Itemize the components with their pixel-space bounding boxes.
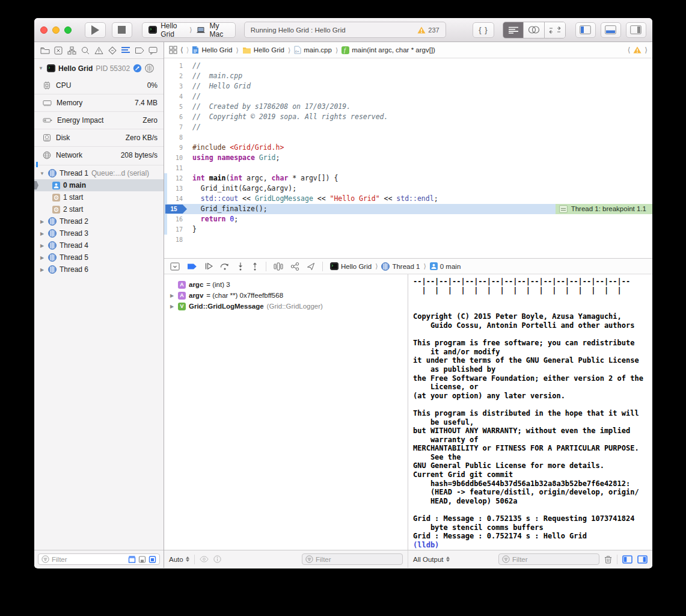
code-snippets-button[interactable]: { } <box>473 22 494 38</box>
console-filter-field[interactable]: Filter <box>498 553 599 565</box>
variable-row[interactable]: ▶VGrid::GridLogMessage(Grid::GridLogger) <box>164 301 408 312</box>
code-line[interactable]: 5// Created by s1786208 on 17/03/2019. <box>164 102 652 112</box>
process-row[interactable]: ▼ Hello Grid PID 55302 <box>34 59 164 76</box>
code-line[interactable]: 2// main.cpp <box>164 71 652 81</box>
disclosure-triangle-icon[interactable]: ▶ <box>169 304 175 309</box>
breadcrumb-item[interactable]: Hello Grid <box>192 46 232 54</box>
symbol-navigator-icon[interactable] <box>66 45 78 57</box>
source-control-navigator-icon[interactable] <box>52 45 64 57</box>
disclosure-triangle-icon[interactable]: ▼ <box>38 66 44 71</box>
variables-filter-field[interactable]: Filter <box>302 553 403 565</box>
code-line[interactable]: 17} <box>164 224 652 235</box>
thread-row[interactable]: ▶Thread 3 <box>34 227 164 239</box>
code-line[interactable]: 1// <box>164 61 652 71</box>
code-line[interactable]: 16 return 0; <box>164 214 652 224</box>
code-line[interactable]: 4// <box>164 91 652 102</box>
code-line[interactable]: 3// Hello Grid <box>164 81 652 91</box>
continue-button[interactable] <box>204 262 213 270</box>
breakpoint-navigator-icon[interactable] <box>133 45 145 57</box>
show-crashed-filter-icon[interactable] <box>138 556 146 563</box>
memory-graph-button[interactable] <box>290 262 299 271</box>
info-icon[interactable] <box>213 555 221 563</box>
disclosure-triangle-icon[interactable]: ▶ <box>39 255 45 260</box>
thread-row[interactable]: ▼Thread 1Queue:...d (serial) <box>34 167 164 179</box>
report-navigator-icon[interactable] <box>147 45 159 57</box>
step-over-button[interactable] <box>220 262 230 270</box>
clear-console-button[interactable] <box>604 555 612 564</box>
thread-row[interactable]: ▶Thread 2 <box>34 215 164 227</box>
stop-button[interactable] <box>112 22 133 38</box>
run-button[interactable] <box>85 22 106 38</box>
console-output[interactable]: --|--|--|--|--|--|--|--|--|--|--|--|--|-… <box>408 274 652 550</box>
breadcrumb-item[interactable]: Hello Grid <box>242 46 284 54</box>
gauge-row-network[interactable]: Network208 bytes/s <box>34 146 164 164</box>
stack-frame-row[interactable]: 2 start <box>34 203 164 215</box>
disclosure-triangle-icon[interactable]: ▼ <box>39 171 45 176</box>
disclosure-triangle-icon[interactable]: ▶ <box>169 293 175 298</box>
code-line[interactable]: 7// <box>164 122 652 132</box>
thread-row[interactable]: ▶Thread 4 <box>34 239 164 251</box>
disclosure-triangle-icon[interactable]: ▶ <box>39 267 45 273</box>
scheme-selector[interactable]: Hello Grid ⟩ My Mac <box>142 22 236 38</box>
variables-view[interactable]: Aargc= (int) 3▶Aargv= (char **) 0x7ffeef… <box>164 274 408 550</box>
standard-editor-button[interactable] <box>503 22 524 38</box>
variable-row[interactable]: Aargc= (int) 3 <box>164 279 408 290</box>
show-breakpoints-filter-icon[interactable] <box>128 556 136 563</box>
source-editor[interactable]: 1//2// main.cpp3// Hello Grid4//5// Crea… <box>164 58 652 258</box>
debug-breadcrumb-item[interactable]: Hello Grid <box>330 262 372 270</box>
code-line[interactable]: 10using namespace Grid; <box>164 153 652 163</box>
variables-scope-popup[interactable]: Auto <box>169 556 189 563</box>
thread-row[interactable]: ▶Thread 5 <box>34 251 164 263</box>
threads-view-toggle-icon[interactable] <box>145 64 154 73</box>
profile-circle-icon[interactable] <box>133 64 142 73</box>
stack-frame-row[interactable]: 1 start <box>34 191 164 203</box>
next-issue-button[interactable]: ⟩ <box>645 46 648 54</box>
gauge-row-memory[interactable]: Memory7.4 MB <box>34 94 164 111</box>
issue-navigator-icon[interactable] <box>93 45 105 57</box>
hide-debug-area-button[interactable] <box>170 262 180 271</box>
toggle-inspector-button[interactable] <box>626 22 646 38</box>
breakpoints-toggle-button[interactable] <box>187 263 197 270</box>
warning-count[interactable]: 237 <box>417 26 439 34</box>
debug-navigator-icon[interactable] <box>120 45 132 57</box>
breadcrumb-item[interactable]: c+main.cpp <box>294 46 332 54</box>
code-line[interactable]: 9#include <Grid/Grid.h> <box>164 143 652 153</box>
close-button[interactable] <box>40 26 47 34</box>
debug-view-hierarchy-button[interactable] <box>274 262 283 271</box>
code-line[interactable]: 12int main(int argc, char * argv[]) { <box>164 173 652 183</box>
assistant-editor-button[interactable] <box>524 22 544 38</box>
zoom-button[interactable] <box>64 26 72 34</box>
version-editor-button[interactable] <box>545 22 565 38</box>
code-line[interactable]: 6// Copyright © 2019 sopa. All rights re… <box>164 112 652 122</box>
breakpoint-badge[interactable]: 15 <box>165 205 187 214</box>
find-navigator-icon[interactable] <box>79 45 91 57</box>
code-line[interactable]: 13 Grid_init(&argc,&argv); <box>164 183 652 194</box>
debug-breadcrumb-item[interactable]: Thread 1 <box>381 262 420 271</box>
minimize-button[interactable] <box>52 26 60 34</box>
toggle-console-button[interactable] <box>637 555 648 564</box>
show-stack-filter-icon[interactable] <box>149 556 156 563</box>
back-button[interactable]: ⟨ <box>180 46 183 54</box>
quicklook-eye-icon[interactable] <box>200 556 209 562</box>
disclosure-triangle-icon[interactable]: ▶ <box>39 219 45 224</box>
simulate-location-button[interactable] <box>307 262 315 271</box>
disclosure-triangle-icon[interactable]: ▶ <box>39 231 45 236</box>
disclosure-triangle-icon[interactable]: ▶ <box>39 243 45 248</box>
breadcrumb-item[interactable]: fmain(int argc, char * argv[]) <box>341 46 435 54</box>
code-line[interactable]: 14 std::cout << GridLogMessage << "Hello… <box>164 194 652 204</box>
console-output-popup[interactable]: All Output <box>413 556 450 563</box>
step-into-button[interactable] <box>237 262 244 271</box>
gauge-row-energy-impact[interactable]: Energy ImpactZero <box>34 111 164 129</box>
code-line[interactable]: 18 <box>164 235 652 245</box>
issue-warning-icon[interactable] <box>633 46 642 54</box>
variable-row[interactable]: ▶Aargv= (char **) 0x7ffeefbff568 <box>164 290 408 301</box>
navigator-filter-field[interactable]: Filter <box>38 553 160 565</box>
related-items-icon[interactable] <box>169 46 177 54</box>
previous-issue-button[interactable]: ⟨ <box>628 46 631 54</box>
code-line[interactable]: 11 <box>164 163 652 173</box>
gauge-row-disk[interactable]: DiskZero KB/s <box>34 129 164 146</box>
toggle-navigator-button[interactable] <box>575 22 596 38</box>
code-line[interactable]: 8 <box>164 132 652 143</box>
stack-frame-row[interactable]: 0 main <box>34 179 164 191</box>
test-navigator-icon[interactable] <box>106 45 118 57</box>
